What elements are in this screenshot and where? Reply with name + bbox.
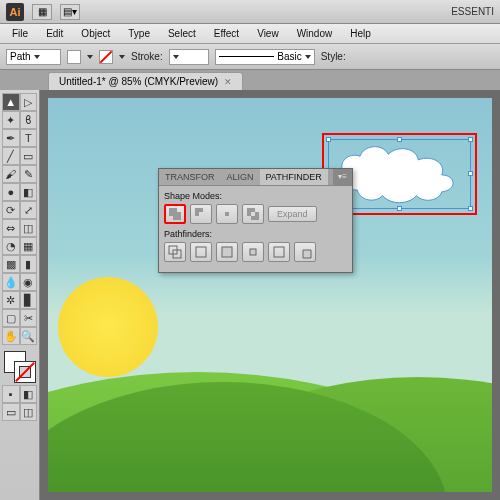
svg-rect-5 <box>196 247 206 257</box>
minus-front-button[interactable] <box>190 204 212 224</box>
eraser-tool[interactable]: ◧ <box>20 183 38 201</box>
bridge-icon[interactable]: ▦ <box>32 4 52 20</box>
blob-brush-tool[interactable]: ● <box>2 183 20 201</box>
trim-button[interactable] <box>190 242 212 262</box>
panel-menu-icon[interactable]: ▾≡ <box>333 169 352 185</box>
graph-tool[interactable]: ▊ <box>20 291 38 309</box>
unite-button[interactable] <box>164 204 186 224</box>
selection-handle[interactable] <box>397 137 402 142</box>
fill-stroke-control[interactable] <box>2 349 37 383</box>
stroke-label: Stroke: <box>131 51 163 62</box>
menubar: File Edit Object Type Select Effect View… <box>0 24 500 44</box>
tab-align[interactable]: ALIGN <box>221 169 260 185</box>
magic-wand-tool[interactable]: ✦ <box>2 111 20 129</box>
selection-handle[interactable] <box>397 206 402 211</box>
pathfinder-panel[interactable]: TRANSFOR ALIGN PATHFINDER ▾≡ Shape Modes… <box>158 168 353 273</box>
arrange-icon[interactable]: ▤▾ <box>60 4 80 20</box>
artboard[interactable]: TRANSFOR ALIGN PATHFINDER ▾≡ Shape Modes… <box>48 98 492 492</box>
fill-swatch[interactable] <box>67 50 81 64</box>
line-icon <box>219 56 275 57</box>
zoom-tool[interactable]: 🔍 <box>20 327 38 345</box>
draw-mode[interactable]: ◫ <box>20 403 38 421</box>
chevron-down-icon <box>305 55 311 59</box>
menu-help[interactable]: Help <box>342 26 379 41</box>
pencil-tool[interactable]: ✎ <box>20 165 38 183</box>
outline-button[interactable] <box>268 242 290 262</box>
chevron-down-icon[interactable] <box>87 55 93 59</box>
intersect-button[interactable] <box>216 204 238 224</box>
workspace-name[interactable]: ESSENTI <box>451 6 494 17</box>
selection-handle[interactable] <box>468 137 473 142</box>
artboard-tool[interactable]: ▢ <box>2 309 20 327</box>
svg-rect-1 <box>173 212 181 220</box>
width-tool[interactable]: ⇔ <box>2 219 20 237</box>
selection-handle[interactable] <box>468 206 473 211</box>
minus-back-button[interactable] <box>294 242 316 262</box>
blend-tool[interactable]: ◉ <box>20 273 38 291</box>
style-label: Style: <box>321 51 346 62</box>
selection-handle[interactable] <box>468 171 473 176</box>
tab-pathfinder[interactable]: PATHFINDER <box>260 169 328 185</box>
menu-effect[interactable]: Effect <box>206 26 247 41</box>
menu-select[interactable]: Select <box>160 26 204 41</box>
svg-rect-8 <box>274 247 284 257</box>
menu-file[interactable]: File <box>4 26 36 41</box>
svg-rect-7 <box>250 249 256 255</box>
tab-transform[interactable]: TRANSFOR <box>159 169 221 185</box>
gradient-mode[interactable]: ◧ <box>20 385 38 403</box>
expand-button[interactable]: Expand <box>268 206 317 222</box>
document-tab[interactable]: Untitled-1* @ 85% (CMYK/Preview)✕ <box>48 72 243 90</box>
eyedropper-tool[interactable]: 💧 <box>2 273 20 291</box>
scale-tool[interactable]: ⤢ <box>20 201 38 219</box>
slice-tool[interactable]: ✂ <box>20 309 38 327</box>
direct-selection-tool[interactable]: ▷ <box>20 93 38 111</box>
mesh-tool[interactable]: ▩ <box>2 255 20 273</box>
chevron-down-icon[interactable] <box>119 55 125 59</box>
pen-tool[interactable]: ✒ <box>2 129 20 147</box>
screen-mode[interactable]: ▭ <box>2 403 20 421</box>
svg-rect-2 <box>225 212 229 216</box>
menu-edit[interactable]: Edit <box>38 26 71 41</box>
rectangle-tool[interactable]: ▭ <box>20 147 38 165</box>
menu-window[interactable]: Window <box>289 26 341 41</box>
color-mode[interactable]: ▪ <box>2 385 20 403</box>
chevron-down-icon <box>173 55 179 59</box>
line-tool[interactable]: ╱ <box>2 147 20 165</box>
free-transform-tool[interactable]: ◫ <box>20 219 38 237</box>
document-tabs: Untitled-1* @ 85% (CMYK/Preview)✕ <box>0 70 500 90</box>
symbol-sprayer-tool[interactable]: ✲ <box>2 291 20 309</box>
rotate-tool[interactable]: ⟳ <box>2 201 20 219</box>
control-bar: Path Stroke: Basic Style: <box>0 44 500 70</box>
titlebar: Ai ▦ ▤▾ ESSENTI <box>0 0 500 24</box>
stroke-swatch[interactable] <box>99 50 113 64</box>
shape-builder-tool[interactable]: ◔ <box>2 237 20 255</box>
lasso-tool[interactable]: ϐ <box>20 111 38 129</box>
crop-button[interactable] <box>242 242 264 262</box>
stroke-weight[interactable] <box>169 49 209 65</box>
sun-shape[interactable] <box>58 277 158 377</box>
pathfinders-label: Pathfinders: <box>164 229 347 239</box>
stroke-color[interactable] <box>14 361 36 383</box>
perspective-tool[interactable]: ▦ <box>20 237 38 255</box>
close-icon[interactable]: ✕ <box>224 77 232 87</box>
tab-title: Untitled-1* @ 85% (CMYK/Preview) <box>59 76 218 87</box>
exclude-button[interactable] <box>242 204 264 224</box>
brush-select[interactable]: Basic <box>215 49 315 65</box>
menu-view[interactable]: View <box>249 26 287 41</box>
paintbrush-tool[interactable]: 🖌 <box>2 165 20 183</box>
selection-handle[interactable] <box>326 137 331 142</box>
selection-mode[interactable]: Path <box>6 49 61 65</box>
toolbox: ▲▷ ✦ϐ ✒T ╱▭ 🖌✎ ●◧ ⟳⤢ ⇔◫ ◔▦ ▩▮ 💧◉ ✲▊ ▢✂ ✋… <box>0 90 40 500</box>
hand-tool[interactable]: ✋ <box>2 327 20 345</box>
merge-button[interactable] <box>216 242 238 262</box>
menu-object[interactable]: Object <box>73 26 118 41</box>
panel-tabs: TRANSFOR ALIGN PATHFINDER ▾≡ <box>159 169 352 186</box>
menu-type[interactable]: Type <box>120 26 158 41</box>
chevron-down-icon <box>34 55 40 59</box>
divide-button[interactable] <box>164 242 186 262</box>
canvas-area[interactable]: TRANSFOR ALIGN PATHFINDER ▾≡ Shape Modes… <box>40 90 500 500</box>
app-logo: Ai <box>6 3 24 21</box>
selection-tool[interactable]: ▲ <box>2 93 20 111</box>
type-tool[interactable]: T <box>20 129 38 147</box>
gradient-tool[interactable]: ▮ <box>20 255 38 273</box>
